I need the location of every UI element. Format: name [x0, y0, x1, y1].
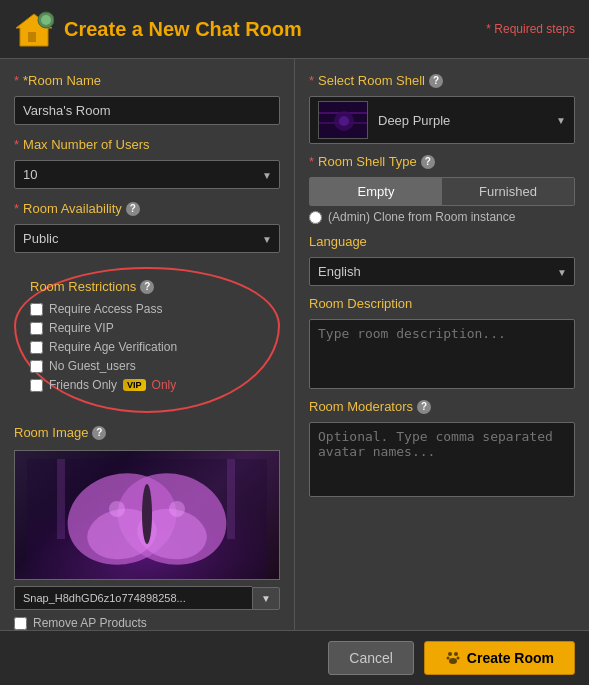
- max-users-label: * Max Number of Users: [14, 137, 280, 152]
- room-availability-select[interactable]: Public Private Friends Only: [14, 224, 280, 253]
- restriction-vip: Require VIP: [30, 321, 264, 335]
- room-availability-section: * Room Availability ? Public Private Fri…: [14, 201, 280, 253]
- shell-type-empty-button[interactable]: Empty: [310, 178, 442, 205]
- shell-type-furnished-button[interactable]: Furnished: [442, 178, 574, 205]
- image-filename-row: Snap_H8dhGD6z1o774898258... ▼: [14, 586, 280, 610]
- moderators-help-icon[interactable]: ?: [417, 400, 431, 414]
- clone-row: (Admin) Clone from Room instance: [309, 210, 575, 224]
- vip-badge: VIP: [123, 379, 146, 391]
- svg-point-11: [169, 501, 185, 517]
- no-guest-checkbox[interactable]: [30, 360, 43, 373]
- required-star2: *: [14, 137, 19, 152]
- restriction-age: Require Age Verification: [30, 340, 264, 354]
- required-note: * Required steps: [486, 22, 575, 36]
- max-users-section: * Max Number of Users 10 20 30 50: [14, 137, 280, 189]
- remove-ap-label: Remove AP Products: [33, 616, 147, 630]
- left-panel: * *Room Name * Max Number of Users 10 20…: [0, 59, 295, 630]
- description-label: Room Description: [309, 296, 575, 311]
- svg-point-9: [142, 484, 152, 544]
- availability-help-icon[interactable]: ?: [126, 202, 140, 216]
- required-star5: *: [309, 154, 314, 169]
- svg-point-22: [456, 657, 459, 660]
- shell-type-help-icon[interactable]: ?: [421, 155, 435, 169]
- image-dropdown-button[interactable]: ▼: [252, 587, 280, 610]
- shell-type-section: * Room Shell Type ? Empty Furnished (Adm…: [309, 154, 575, 224]
- access-pass-checkbox[interactable]: [30, 303, 43, 316]
- svg-rect-13: [227, 459, 235, 539]
- select-shell-label: * Select Room Shell ?: [309, 73, 575, 88]
- moderators-label: Room Moderators ?: [309, 399, 575, 414]
- shell-type-label: * Room Shell Type ?: [309, 154, 575, 169]
- remove-ap-row: Remove AP Products: [14, 616, 280, 630]
- room-name-input[interactable]: [14, 96, 280, 125]
- house-icon: [14, 10, 54, 48]
- svg-rect-1: [28, 32, 36, 42]
- shell-help-icon[interactable]: ?: [429, 74, 443, 88]
- svg-rect-12: [57, 459, 65, 539]
- room-restrictions-box: Room Restrictions ? Require Access Pass …: [14, 267, 280, 413]
- room-name-section: * *Room Name: [14, 73, 280, 125]
- svg-point-19: [448, 652, 452, 656]
- required-star3: *: [14, 201, 19, 216]
- image-filename: Snap_H8dhGD6z1o774898258...: [14, 586, 252, 610]
- remove-ap-checkbox[interactable]: [14, 617, 27, 630]
- room-image-section: Room Image ?: [14, 425, 280, 630]
- room-image-help-icon[interactable]: ?: [92, 426, 106, 440]
- restriction-access-pass: Require Access Pass: [30, 302, 264, 316]
- room-image-label: Room Image ?: [14, 425, 280, 440]
- svg-point-3: [41, 15, 51, 25]
- clone-label: (Admin) Clone from Room instance: [328, 210, 515, 224]
- max-users-select[interactable]: 10 20 30 50: [14, 160, 280, 189]
- shell-select-wrapper: Deep Purple Ocean Blue Forest Green: [378, 113, 566, 128]
- shell-row: Deep Purple Ocean Blue Forest Green: [309, 96, 575, 144]
- max-users-select-wrapper: 10 20 30 50: [14, 160, 280, 189]
- room-availability-select-wrapper: Public Private Friends Only: [14, 224, 280, 253]
- restriction-friends-only: Friends Only VIP Only: [30, 378, 264, 392]
- main-content: * *Room Name * Max Number of Users 10 20…: [0, 59, 589, 630]
- description-section: Room Description: [309, 296, 575, 389]
- shell-thumbnail: [318, 101, 368, 139]
- create-room-dialog: Create a New Chat Room * Required steps …: [0, 0, 589, 685]
- language-select-wrapper: English French Spanish German: [309, 257, 575, 286]
- clone-radio[interactable]: [309, 211, 322, 224]
- language-section: Language English French Spanish German: [309, 234, 575, 286]
- only-text: Only: [152, 378, 177, 392]
- svg-point-18: [339, 116, 349, 126]
- shell-type-buttons: Empty Furnished: [309, 177, 575, 206]
- friends-only-checkbox[interactable]: [30, 379, 43, 392]
- shell-thumbnail-svg: [319, 102, 368, 139]
- shell-select[interactable]: Deep Purple Ocean Blue Forest Green: [378, 113, 566, 128]
- moderators-textarea[interactable]: [309, 422, 575, 497]
- title-bar: Create a New Chat Room * Required steps: [0, 0, 589, 59]
- svg-point-10: [109, 501, 125, 517]
- room-availability-label: * Room Availability ?: [14, 201, 280, 216]
- svg-point-21: [446, 657, 449, 660]
- footer: Cancel Create Room: [0, 630, 589, 685]
- right-panel: * Select Room Shell ?: [295, 59, 589, 630]
- require-vip-checkbox[interactable]: [30, 322, 43, 335]
- required-star: *: [14, 73, 19, 88]
- page-title: Create a New Chat Room: [64, 18, 302, 41]
- select-shell-section: * Select Room Shell ?: [309, 73, 575, 144]
- language-label: Language: [309, 234, 575, 249]
- svg-point-20: [454, 652, 458, 656]
- description-textarea[interactable]: [309, 319, 575, 389]
- language-select[interactable]: English French Spanish German: [309, 257, 575, 286]
- paw-icon: [445, 650, 461, 666]
- restrictions-help-icon[interactable]: ?: [140, 280, 154, 294]
- age-verification-checkbox[interactable]: [30, 341, 43, 354]
- create-room-button[interactable]: Create Room: [424, 641, 575, 675]
- restrictions-title: Room Restrictions ?: [30, 279, 264, 294]
- svg-point-23: [449, 658, 457, 664]
- room-image-svg: [27, 459, 267, 579]
- room-name-label: * *Room Name: [14, 73, 280, 88]
- room-image-preview: [14, 450, 280, 580]
- cancel-button[interactable]: Cancel: [328, 641, 414, 675]
- required-star4: *: [309, 73, 314, 88]
- restriction-no-guest: No Guest_users: [30, 359, 264, 373]
- moderators-section: Room Moderators ?: [309, 399, 575, 497]
